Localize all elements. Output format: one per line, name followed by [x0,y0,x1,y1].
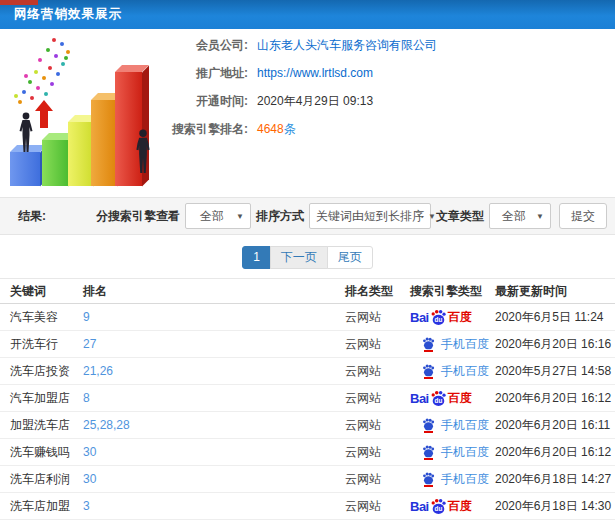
table-row: 开洗车行 27 云网站 Bai du 百度 [0,331,615,358]
rank-type-cell: 云网站 [345,417,410,434]
engine-cell: Bai du 百度 [410,417,495,434]
rank-link[interactable]: 3 [83,499,345,513]
filter-bar: 结果: 分搜索引擎查看 全部 ▼ 排序方式 关键词由短到长排序 ▼ 文章类型 全… [0,197,615,235]
rank-link[interactable]: 25,28,28 [83,418,345,432]
company-link[interactable]: 山东老人头汽车服务咨询有限公司 [257,37,437,54]
red-underline [424,431,433,433]
open-time-row: 开通时间: 2020年4月29日 09:13 [158,87,608,115]
engine-filter-label: 分搜索引擎查看 [96,208,180,225]
rank-type-cell: 云网站 [345,390,410,407]
rank-link[interactable]: 30 [83,472,345,486]
page-1-button[interactable]: 1 [242,246,271,269]
table-row: 汽车加盟店 8 云网站 Bai du 百度 [0,385,615,412]
update-time-cell: 2020年6月18日 14:30 [495,498,615,515]
rank-link[interactable]: 21,26 [83,364,345,378]
keyword-rank-table: 关键词 排名 排名类型 搜索引擎类型 最新更新时间 汽车美容 9 云网站 Bai [0,278,615,520]
baidu-paw-icon: du [430,390,447,407]
baidu-paw-icon [422,472,435,485]
sort-select[interactable]: 关键词由短到长排序 ▼ [309,203,431,229]
baidu-paw-icon: du [430,498,447,515]
col-rank-type: 排名类型 [345,283,410,300]
keyword-cell: 洗车赚钱吗 [0,444,83,461]
bar-chart-green-bar [42,140,68,186]
keyword-cell: 汽车美容 [0,309,83,326]
baidu-paw-icon [422,418,435,431]
update-time-cell: 2020年6月20日 16:12 [495,390,615,407]
businessman-figure-right [132,128,154,176]
engine-cell: Bai du 百度 [410,444,495,461]
submit-button[interactable]: 提交 [559,203,607,229]
rank-link[interactable]: 8 [83,391,345,405]
keyword-cell: 洗车店利润 [0,471,83,488]
rank-type-cell: 云网站 [345,309,410,326]
promo-url-link[interactable]: https://www.lrtlsd.com [257,66,373,80]
rank-type-cell: 云网站 [345,336,410,353]
engine-cell: Bai du 百度 [410,498,495,515]
red-underline [424,458,433,460]
red-underline [424,485,433,487]
update-time-cell: 2020年6月20日 16:11 [495,417,615,434]
rank-type-cell: 云网站 [345,363,410,380]
baidu-pc-logo: Bai du 百度 [410,498,472,515]
rank-type-cell: 云网站 [345,444,410,461]
baidu-mobile-logo: 手机百度 [410,417,489,434]
rank-link[interactable]: 30 [83,445,345,459]
rank-link[interactable]: 9 [83,310,345,324]
table-body: 汽车美容 9 云网站 Bai du 百度 [0,304,615,520]
article-type-label: 文章类型 [436,208,484,225]
baidu-pc-logo: Bai du 百度 [410,309,472,326]
open-time-value: 2020年4月29日 09:13 [257,93,373,110]
pagination: 1 下一页 尾页 [0,246,615,269]
rank-type-cell: 云网站 [345,471,410,488]
chevron-down-icon: ▼ [236,212,244,221]
last-page-button[interactable]: 尾页 [327,246,373,269]
bar-chart-lime-bar [68,122,93,186]
col-rank: 排名 [83,283,345,300]
red-underline [424,377,433,379]
table-row: 汽车美容 9 云网站 Bai du 百度 [0,304,615,331]
svg-text:du: du [434,505,442,512]
member-company-row: 会员公司: 山东老人头汽车服务咨询有限公司 [158,31,608,59]
baidu-paw-icon: du [430,309,447,326]
table-row: 洗车店投资 21,26 云网站 Bai du 百度 [0,358,615,385]
baidu-mobile-logo: 手机百度 [410,363,489,380]
marketing-illustration [4,32,172,188]
update-time-cell: 2020年6月20日 16:12 [495,444,615,461]
baidu-mobile-logo: 手机百度 [410,471,489,488]
update-time-cell: 2020年6月20日 16:16 [495,336,615,353]
table-row: 加盟洗车店 25,28,28 云网站 Bai du 百度 [0,412,615,439]
engine-filter-select[interactable]: 全部 ▼ [185,203,251,229]
page: 网络营销效果展示 会员公司: 山东老人头汽车服务咨询有限公司 推广地址: htt… [0,0,615,520]
table-header-row: 关键词 排名 排名类型 搜索引擎类型 最新更新时间 [0,279,615,304]
engine-cell: Bai du 百度 [410,363,495,380]
rank-link[interactable]: 27 [83,337,345,351]
growth-arrow-icon [35,100,53,128]
member-info-panel: 会员公司: 山东老人头汽车服务咨询有限公司 推广地址: https://www.… [158,31,608,143]
rank-type-cell: 云网站 [345,498,410,515]
promo-url-label: 推广地址: [158,65,248,82]
title-bar: 网络营销效果展示 [0,0,615,29]
baidu-mobile-logo: 手机百度 [410,336,489,353]
baidu-paw-icon [422,445,435,458]
baidu-mobile-logo: 手机百度 [410,444,489,461]
table-row: 洗车赚钱吗 30 云网站 Bai du 百度 [0,439,615,466]
svg-text:du: du [434,397,442,404]
keyword-cell: 洗车店投资 [0,363,83,380]
engine-rank-row: 搜索引擎排名: 4648条 [158,115,608,143]
engine-cell: Bai du 百度 [410,390,495,407]
red-underline [424,350,433,352]
update-time-cell: 2020年5月27日 14:58 [495,363,615,380]
engine-cell: Bai du 百度 [410,471,495,488]
sort-label: 排序方式 [256,208,304,225]
update-time-cell: 2020年6月5日 11:24 [495,309,615,326]
baidu-paw-icon [422,337,435,350]
engine-rank-value: 4648条 [257,121,296,138]
bar-chart-orange-bar [91,100,117,186]
article-type-select[interactable]: 全部 ▼ [489,203,551,229]
promo-url-row: 推广地址: https://www.lrtlsd.com [158,59,608,87]
chevron-down-icon: ▼ [428,212,436,221]
keyword-cell: 加盟洗车店 [0,417,83,434]
engine-rank-label: 搜索引擎排名: [158,121,248,138]
next-page-button[interactable]: 下一页 [270,246,328,269]
article-type-value: 全部 [496,208,532,225]
